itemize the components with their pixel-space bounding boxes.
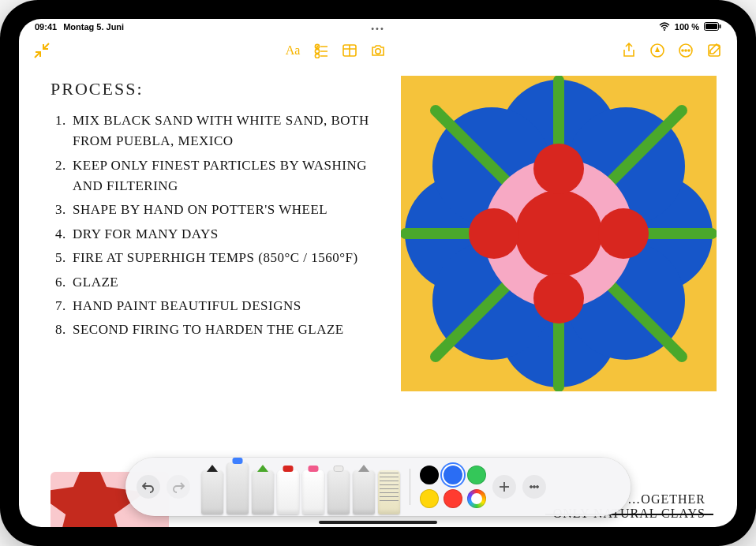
color-yellow[interactable] (420, 489, 439, 508)
svg-point-41 (469, 208, 519, 259)
svg-point-46 (533, 486, 536, 488)
note-title: Process: (51, 76, 385, 103)
svg-point-18 (688, 50, 690, 51)
tool-eraser[interactable] (327, 470, 350, 514)
svg-point-38 (515, 190, 602, 277)
add-tool-button[interactable] (492, 475, 516, 499)
process-step: Second firing to harden the glaze (73, 320, 385, 340)
color-picker-button[interactable] (467, 489, 486, 508)
battery-icon (704, 22, 721, 32)
battery-percent: 100 % (675, 22, 699, 32)
share-button[interactable] (617, 39, 641, 62)
svg-point-8 (315, 54, 319, 58)
multitasking-dots-icon[interactable]: ••• (371, 24, 385, 33)
tool-marker[interactable] (226, 462, 249, 514)
ipad-frame: ••• 09:41 Montag 5. Juni 100 % (0, 0, 756, 546)
text-format-label: Aa (286, 43, 301, 58)
process-list: 1.Mix black sand with white sand, both f… (51, 110, 385, 340)
markup-toolbar (125, 458, 631, 516)
process-step: Dry for many days (73, 224, 385, 245)
tool-lasso[interactable] (353, 470, 375, 514)
process-step: Keep only finest particles by washing an… (73, 155, 385, 197)
svg-point-42 (598, 208, 649, 259)
palette-more-button[interactable] (522, 475, 546, 499)
svg-rect-3 (720, 24, 721, 28)
color-blue[interactable] (443, 466, 462, 484)
svg-point-6 (315, 49, 319, 53)
more-button[interactable] (674, 39, 698, 62)
redo-button[interactable] (167, 475, 190, 499)
palette-divider (410, 469, 410, 505)
flower-drawing[interactable] (401, 76, 717, 391)
tool-pen[interactable] (201, 470, 223, 514)
tool-crayon-red[interactable] (277, 470, 299, 514)
camera-button[interactable] (366, 39, 390, 62)
status-time: 09:41 (35, 22, 57, 32)
svg-point-40 (533, 273, 584, 323)
color-green[interactable] (467, 466, 486, 484)
color-swatches (420, 466, 486, 508)
undo-button[interactable] (137, 475, 160, 499)
home-indicator[interactable] (319, 521, 437, 524)
tool-tray (201, 458, 400, 516)
app-toolbar: Aa (19, 35, 737, 66)
table-button[interactable] (338, 39, 361, 62)
svg-point-16 (682, 50, 683, 51)
tool-crayon-pink[interactable] (302, 470, 324, 514)
svg-point-17 (685, 50, 687, 51)
svg-point-13 (376, 49, 380, 54)
exit-fullscreen-button[interactable] (30, 39, 54, 62)
tool-pencil[interactable] (252, 470, 274, 514)
text-format-button[interactable]: Aa (281, 39, 305, 62)
tool-ruler[interactable] (378, 470, 400, 514)
process-step: Shape by hand on potter's wheel (73, 200, 385, 220)
screen: ••• 09:41 Montag 5. Juni 100 % (19, 19, 737, 527)
color-red[interactable] (443, 489, 462, 508)
svg-rect-2 (705, 24, 717, 29)
svg-point-39 (533, 144, 584, 194)
process-step: Hand paint beautiful designs (73, 296, 385, 316)
svg-point-47 (537, 486, 539, 488)
wifi-icon (659, 22, 670, 32)
svg-point-0 (664, 29, 665, 31)
markup-toggle-button[interactable] (646, 39, 669, 62)
process-step: Fire at superhigh temps (850°C / 1560°F) (73, 248, 385, 268)
status-date: Montag 5. Juni (63, 22, 124, 32)
color-black[interactable] (420, 466, 439, 484)
checklist-button[interactable] (309, 39, 333, 62)
process-step: Mix black sand with white sand, both fro… (73, 110, 385, 152)
compose-button[interactable] (702, 39, 726, 62)
svg-point-45 (530, 486, 533, 488)
process-step: Glaze (73, 272, 385, 293)
